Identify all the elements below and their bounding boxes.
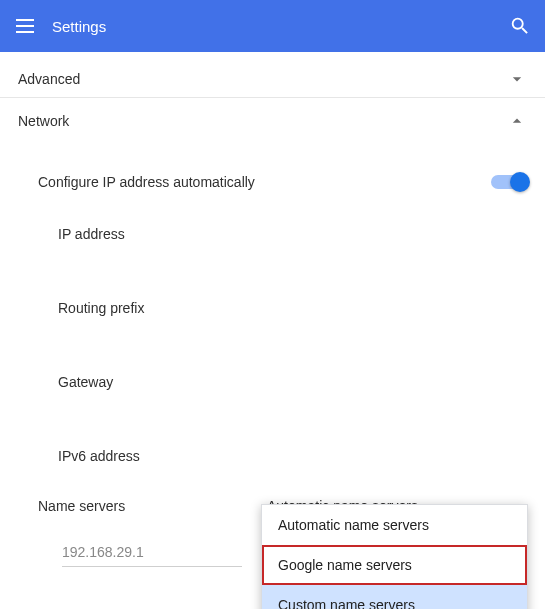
ip-address-label: IP address	[18, 208, 527, 282]
section-network[interactable]: Network	[0, 98, 545, 144]
settings-header: Settings	[0, 0, 545, 52]
configure-ip-auto-row: Configure IP address automatically	[18, 154, 527, 208]
page-title: Settings	[52, 18, 106, 35]
gateway-label: Gateway	[18, 356, 527, 430]
section-advanced-label: Advanced	[18, 71, 80, 87]
menu-icon[interactable]	[14, 15, 36, 37]
name-servers-dropdown-menu: Automatic name servers Google name serve…	[261, 504, 528, 609]
chevron-down-icon	[507, 69, 527, 89]
section-advanced[interactable]: Advanced	[0, 52, 545, 98]
configure-ip-auto-label: Configure IP address automatically	[38, 174, 255, 190]
configure-ip-auto-toggle[interactable]	[491, 175, 527, 189]
routing-prefix-label: Routing prefix	[18, 282, 527, 356]
ipv6-address-label: IPv6 address	[18, 430, 527, 488]
name-server-ip-input[interactable]	[62, 538, 242, 567]
dropdown-option-google[interactable]: Google name servers	[262, 545, 527, 585]
section-network-label: Network	[18, 113, 69, 129]
dropdown-option-custom[interactable]: Custom name servers	[262, 585, 527, 609]
search-icon[interactable]	[509, 15, 531, 37]
chevron-up-icon	[507, 111, 527, 131]
dropdown-option-automatic[interactable]: Automatic name servers	[262, 505, 527, 545]
name-servers-label: Name servers	[38, 498, 125, 514]
content: Advanced Network Configure IP address au…	[0, 52, 545, 567]
